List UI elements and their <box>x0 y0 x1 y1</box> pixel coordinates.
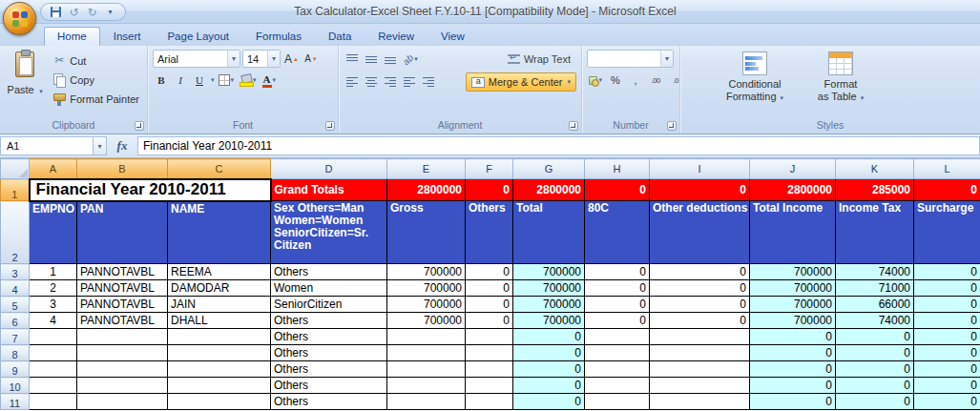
cell[interactable] <box>466 361 513 378</box>
comma-style-button[interactable]: , <box>627 72 644 89</box>
font-color-button[interactable]: A▾ <box>261 72 278 89</box>
row-header-11[interactable]: 11 <box>1 394 30 410</box>
cell[interactable]: 700000 <box>387 313 466 329</box>
column-header-c[interactable]: C <box>168 159 271 179</box>
header-cell[interactable]: Others <box>466 201 513 264</box>
underline-button[interactable]: U <box>191 72 208 89</box>
cell[interactable]: Others <box>271 394 387 410</box>
cell[interactable]: 0 <box>585 297 650 313</box>
alignment-dialog-launcher[interactable] <box>569 121 578 131</box>
decrease-indent-button[interactable] <box>401 73 418 91</box>
cell[interactable]: 0 <box>914 378 980 394</box>
cell[interactable] <box>168 378 271 394</box>
cell[interactable] <box>466 394 513 410</box>
cell[interactable]: 700000 <box>750 297 836 313</box>
tab-insert[interactable]: Insert <box>100 27 155 46</box>
cell[interactable]: 0 <box>585 280 650 297</box>
grand-total-cell[interactable]: 0 <box>914 179 980 201</box>
tab-page-layout[interactable]: Page Layout <box>154 27 242 46</box>
cell[interactable] <box>77 378 168 394</box>
column-header-e[interactable]: E <box>387 159 466 179</box>
cell[interactable]: 0 <box>650 313 750 329</box>
cell[interactable]: 700000 <box>513 280 585 297</box>
cell[interactable]: 0 <box>513 345 585 361</box>
cell[interactable]: PANNOTAVBL <box>77 264 168 280</box>
cell[interactable]: 700000 <box>513 264 585 280</box>
row-header-3[interactable]: 3 <box>1 264 30 280</box>
cell[interactable]: 0 <box>836 345 914 361</box>
borders-button[interactable]: ▾ <box>217 72 237 89</box>
cell[interactable] <box>466 345 513 361</box>
cell[interactable]: 0 <box>585 313 650 329</box>
grand-total-cell[interactable]: 0 <box>650 179 750 201</box>
cut-button[interactable]: ✂ Cut <box>50 52 142 69</box>
cell[interactable]: 0 <box>836 361 914 378</box>
column-header-h[interactable]: H <box>585 159 650 179</box>
font-dialog-launcher[interactable] <box>325 121 335 131</box>
cell[interactable] <box>466 329 513 345</box>
cell[interactable]: 0 <box>466 264 513 280</box>
cell[interactable] <box>77 345 168 361</box>
middle-align-button[interactable] <box>363 51 380 68</box>
cell[interactable]: 0 <box>914 345 980 361</box>
column-header-d[interactable]: D <box>271 159 387 179</box>
header-cell[interactable]: Income Tax <box>836 201 914 264</box>
cell[interactable]: PANNOTAVBL <box>77 313 168 329</box>
cell[interactable]: 0 <box>513 361 585 378</box>
wrap-text-button[interactable]: Wrap Text <box>502 50 576 69</box>
column-header-f[interactable]: F <box>466 159 513 179</box>
cell[interactable] <box>466 378 513 394</box>
increase-indent-button[interactable] <box>420 73 437 91</box>
row-header-7[interactable]: 7 <box>1 329 30 345</box>
grand-total-cell[interactable]: 2800000 <box>750 179 836 201</box>
grand-total-cell[interactable]: 2800000 <box>387 179 466 201</box>
bold-button[interactable]: B <box>153 72 170 89</box>
row-header-1[interactable]: 1 <box>1 179 30 201</box>
cell[interactable] <box>387 329 466 345</box>
cell[interactable]: 0 <box>466 297 513 313</box>
cell[interactable]: REEMA <box>168 264 271 280</box>
column-header-l[interactable]: L <box>914 159 980 179</box>
tab-home[interactable]: Home <box>44 27 100 46</box>
cell[interactable] <box>387 378 466 394</box>
cell[interactable]: 0 <box>513 378 585 394</box>
header-cell[interactable]: NAME <box>168 201 271 264</box>
cell[interactable] <box>77 361 168 378</box>
grand-total-cell[interactable]: 0 <box>585 179 650 201</box>
cell[interactable]: PANNOTAVBL <box>77 297 168 313</box>
cell[interactable]: DAMODAR <box>168 280 271 297</box>
formula-input[interactable]: Financial Year 2010-2011 <box>137 136 980 155</box>
fill-color-button[interactable]: ▾ <box>238 72 259 89</box>
format-painter-button[interactable]: Format Painter <box>50 91 142 107</box>
row-header-6[interactable]: 6 <box>1 313 30 329</box>
cell[interactable] <box>387 361 466 378</box>
cell[interactable]: 0 <box>750 329 836 345</box>
column-header-j[interactable]: J <box>750 159 836 179</box>
accounting-format-button[interactable]: ▾ <box>587 72 604 89</box>
cell[interactable]: Women <box>271 280 387 297</box>
tab-formulas[interactable]: Formulas <box>242 27 315 46</box>
cell[interactable]: 0 <box>914 394 980 410</box>
header-cell[interactable]: EMPNO <box>30 201 77 264</box>
column-header-b[interactable]: B <box>77 159 168 179</box>
row-header-4[interactable]: 4 <box>1 280 30 297</box>
select-all-corner[interactable] <box>1 159 30 179</box>
header-cell[interactable]: Surcharge <box>914 201 980 264</box>
cell[interactable] <box>650 394 750 410</box>
office-button[interactable] <box>3 2 36 35</box>
cell[interactable]: 74000 <box>836 264 914 280</box>
row-header-10[interactable]: 10 <box>1 378 30 394</box>
cell[interactable]: DHALL <box>168 313 271 329</box>
row-header-5[interactable]: 5 <box>1 297 30 313</box>
clipboard-dialog-launcher[interactable] <box>135 121 144 131</box>
name-box[interactable]: A1 <box>0 136 93 155</box>
grand-total-cell[interactable]: 0 <box>466 179 513 201</box>
cell[interactable]: 0 <box>914 313 980 329</box>
header-cell[interactable]: Total Income <box>750 201 836 264</box>
header-cell[interactable]: Total <box>513 201 585 264</box>
bottom-align-button[interactable] <box>382 51 399 68</box>
cell[interactable] <box>650 361 750 378</box>
cell[interactable]: 0 <box>750 394 836 410</box>
cell[interactable]: 0 <box>585 264 650 280</box>
cell[interactable] <box>77 329 168 345</box>
